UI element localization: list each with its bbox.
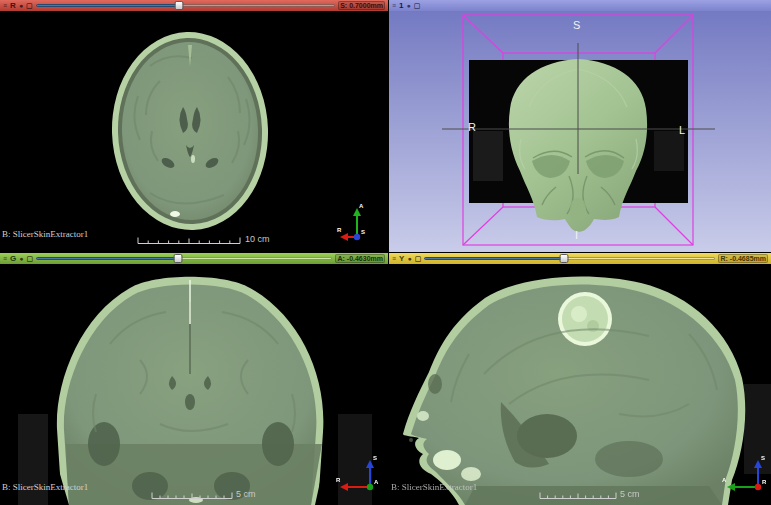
axis-letter-center: A [374,479,378,485]
link-icon[interactable]: ▢ [414,1,421,10]
slice-offset-value: A: -0.4630mm [335,254,385,263]
axis-letter-up: S [373,455,377,461]
axial-view-pane: ≡ R ● ▢ S: 0.7000mm [0,0,388,252]
slider-handle[interactable] [174,254,183,263]
threed-view-controller-bar: ≡ 1 ● ▢ [389,0,771,11]
eye-icon[interactable]: ● [19,1,23,10]
slice-offset-value: R: -0.4685mm [718,254,768,263]
orientation-letter-right: R [468,121,476,133]
axis-letter-up: A [359,203,363,209]
slice-offset-slider[interactable] [36,254,332,263]
view-label-yellow: Y [399,254,404,264]
slider-groove-right [179,4,335,7]
corner-annotation: B: SlicerSkinExtractor1 [2,482,88,492]
slider-groove-right [564,257,715,260]
orientation-letter-left: L [679,124,685,136]
corner-annotation: B: SlicerSkinExtractor1 [2,229,88,239]
red-slice-controller-bar: ≡ R ● ▢ S: 0.7000mm [0,0,388,11]
view-label-red: R [10,1,16,11]
slider-groove-left [36,257,178,260]
threed-scene [389,11,771,252]
axis-letter-left: A [722,477,726,483]
eye-icon[interactable]: ● [19,254,23,263]
slice-offset-value: S: 0.7000mm [338,1,385,10]
ruler-label: 10 cm [245,234,270,244]
slider-handle[interactable] [560,254,569,263]
axial-slice-viewport[interactable]: B: SlicerSkinExtractor1 10 cm A R S [0,11,388,252]
slice-offset-slider[interactable] [36,1,335,10]
threed-viewport[interactable]: S R L I [389,11,771,252]
sagittal-slice-image [389,264,771,505]
ruler-label: 5 cm [620,489,640,499]
coronal-slice-image [0,264,388,505]
threed-view-pane: ≡ 1 ● ▢ [389,0,771,252]
slider-groove-right [178,257,332,260]
orientation-letter-superior: S [573,19,580,31]
slider-handle[interactable] [175,1,184,10]
axis-letter-center: S [361,229,365,235]
coronal-view-pane: ≡ G ● ▢ A: -0.4630mm [0,253,388,505]
slider-groove-left [36,4,180,7]
axial-slice-image [0,11,388,252]
ruler-label: 5 cm [236,489,256,499]
sagittal-view-pane: ≡ Y ● ▢ R: -0.4685mm [389,253,771,505]
link-icon[interactable]: ▢ [415,254,422,263]
pin-icon[interactable]: ≡ [3,254,7,263]
pin-icon[interactable]: ≡ [392,254,396,263]
coronal-slice-viewport[interactable]: B: SlicerSkinExtractor1 5 cm S R A [0,264,388,505]
eye-icon[interactable]: ● [407,1,411,10]
slicer-viewer: ≡ R ● ▢ S: 0.7000mm [0,0,771,505]
lesion [558,292,612,346]
yellow-slice-controller-bar: ≡ Y ● ▢ R: -0.4685mm [389,253,771,264]
slider-groove-left [424,257,564,260]
view-label-3d: 1 [399,1,403,11]
pin-icon[interactable]: ≡ [392,1,396,10]
sagittal-slice-viewport[interactable]: B: SlicerSkinExtractor1 5 cm S A R [389,264,771,505]
view-label-green: G [10,254,16,264]
slice-offset-slider[interactable] [424,254,715,263]
orientation-letter-inferior: I [575,229,578,241]
axis-letter-up: S [761,455,765,461]
green-slice-controller-bar: ≡ G ● ▢ A: -0.4630mm [0,253,388,264]
corner-annotation: B: SlicerSkinExtractor1 [391,482,477,492]
link-icon[interactable]: ▢ [26,1,33,10]
eye-icon[interactable]: ● [407,254,411,263]
pin-icon[interactable]: ≡ [3,1,7,10]
axis-letter-left: R [337,227,341,233]
axis-letter-center: R [762,479,766,485]
axis-letter-left: R [336,477,340,483]
link-icon[interactable]: ▢ [27,254,34,263]
